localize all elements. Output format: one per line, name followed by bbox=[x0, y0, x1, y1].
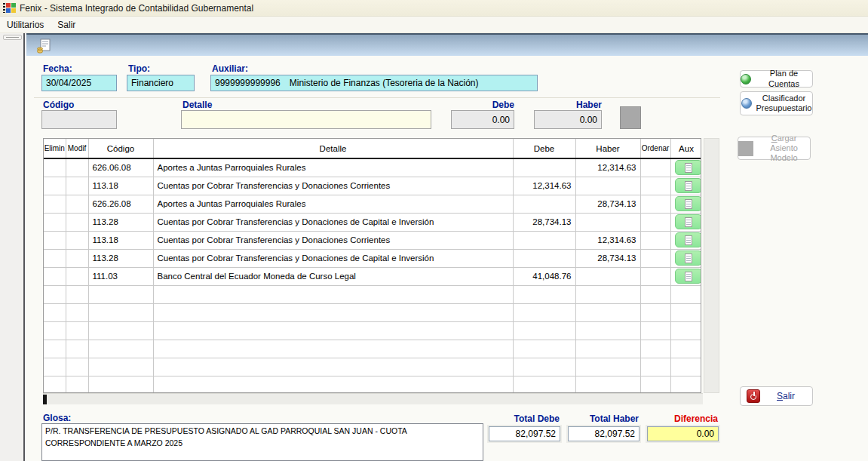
elimin-cell bbox=[44, 358, 66, 376]
aux-detail-button[interactable] bbox=[675, 160, 702, 175]
debe-cell bbox=[513, 231, 575, 249]
aux-detail-button[interactable] bbox=[675, 232, 702, 247]
app-windows-icon bbox=[3, 2, 16, 14]
aux-cell bbox=[670, 267, 701, 285]
codigo-cell: 113.28 bbox=[88, 213, 153, 231]
diferencia-label: Diferencia bbox=[647, 413, 718, 424]
aux-detail-button[interactable] bbox=[675, 214, 702, 229]
detalle-cell bbox=[153, 321, 513, 340]
empty-table-row[interactable] bbox=[44, 340, 701, 358]
codigo-entry-label: Código bbox=[43, 100, 74, 110]
entries-table: Elimin Modif Código Detalle Debe Haber O… bbox=[43, 138, 701, 393]
table-horizontal-scrollbar[interactable] bbox=[43, 393, 703, 404]
table-vertical-scrollbar[interactable] bbox=[704, 138, 719, 393]
tipo-input[interactable]: Financiero bbox=[127, 75, 195, 91]
power-icon bbox=[747, 389, 760, 403]
table-row[interactable]: 113.18Cuentas por Cobrar Transferencias … bbox=[44, 177, 701, 195]
header-detalle: Detalle bbox=[153, 139, 513, 158]
auxiliar-input[interactable]: 9999999999996 Ministerio de Finanzas (Te… bbox=[210, 75, 538, 91]
journal-document-button[interactable] bbox=[35, 37, 53, 55]
glosa-textarea[interactable]: P/R. TRANSFERENCIA DE PRESUPUESTO ASIGNA… bbox=[41, 423, 483, 461]
debe-entry-label: Debe bbox=[451, 100, 514, 110]
haber-entry-value: 0.00 bbox=[580, 115, 597, 125]
detalle-cell bbox=[153, 340, 513, 358]
elimin-cell bbox=[44, 303, 66, 321]
codigo-cell bbox=[88, 376, 153, 393]
header-haber: Haber bbox=[575, 139, 640, 158]
haber-cell bbox=[575, 285, 640, 303]
aux-cell bbox=[670, 231, 701, 249]
panel-splitter-handle[interactable] bbox=[3, 35, 22, 40]
add-entry-button[interactable] bbox=[620, 106, 641, 129]
codigo-entry-input[interactable] bbox=[41, 110, 117, 129]
ordenar-cell bbox=[640, 213, 670, 231]
debe-entry-input[interactable]: 0.00 bbox=[451, 110, 514, 129]
header-ordenar: Ordenar bbox=[640, 139, 670, 158]
ordenar-cell bbox=[640, 285, 670, 303]
glosa-label: Glosa: bbox=[43, 413, 71, 423]
aux-detail-button[interactable] bbox=[675, 196, 702, 211]
clasificador-presupuestario-button[interactable]: Clasificador Presupuestario bbox=[740, 91, 813, 115]
debe-cell bbox=[513, 158, 575, 177]
salir-button[interactable]: Salir bbox=[740, 386, 813, 406]
menu-bar: Utilitarios Salir bbox=[0, 17, 868, 33]
toolbar bbox=[26, 33, 868, 56]
codigo-cell: 111.03 bbox=[88, 267, 153, 285]
diferencia-value: 0.00 bbox=[697, 429, 714, 439]
haber-entry-input[interactable]: 0.00 bbox=[534, 110, 602, 129]
detalle-cell: Cuentas por Cobrar Transferencias y Dona… bbox=[153, 249, 513, 267]
empty-table-row[interactable] bbox=[44, 376, 701, 393]
haber-cell bbox=[575, 321, 640, 340]
glosa-text: P/R. TRANSFERENCIA DE PRESUPUESTO ASIGNA… bbox=[45, 426, 406, 447]
ordenar-cell bbox=[640, 177, 670, 195]
table-row[interactable]: 113.28Cuentas por Cobrar Transferencias … bbox=[44, 249, 701, 267]
aux-detail-button[interactable] bbox=[675, 178, 702, 193]
ordenar-cell bbox=[640, 249, 670, 267]
debe-cell: 12,314.63 bbox=[513, 177, 575, 195]
aux-detail-button[interactable] bbox=[675, 269, 702, 284]
codigo-cell: 113.18 bbox=[88, 177, 153, 195]
table-row[interactable]: 111.03Banco Central del Ecuador Moneda d… bbox=[44, 267, 701, 285]
aux-cell bbox=[670, 158, 701, 177]
table-row[interactable]: 113.18Cuentas por Cobrar Transferencias … bbox=[44, 231, 701, 249]
debe-cell bbox=[513, 340, 575, 358]
ordenar-cell bbox=[640, 376, 670, 393]
aux-cell bbox=[670, 321, 701, 340]
menu-item-salir[interactable]: Salir bbox=[51, 17, 82, 32]
ordenar-cell bbox=[640, 340, 670, 358]
modif-cell bbox=[66, 195, 88, 213]
empty-table-row[interactable] bbox=[44, 303, 701, 321]
cargar-asiento-modelo-button[interactable]: Cargar Asiento Modelo bbox=[738, 137, 811, 160]
table-row[interactable]: 113.28Cuentas por Cobrar Transferencias … bbox=[44, 213, 701, 231]
left-collapsed-panel bbox=[0, 33, 25, 461]
aux-cell bbox=[670, 177, 701, 195]
detalle-cell bbox=[153, 376, 513, 393]
debe-cell bbox=[513, 285, 575, 303]
total-debe-label: Total Debe bbox=[489, 413, 560, 424]
fecha-input[interactable]: 30/04/2025 bbox=[41, 75, 117, 91]
haber-cell bbox=[575, 376, 640, 393]
header-debe: Debe bbox=[513, 139, 575, 158]
menu-item-utilitarios[interactable]: Utilitarios bbox=[0, 17, 51, 32]
debe-entry-value: 0.00 bbox=[492, 115, 510, 125]
document-list-icon bbox=[685, 254, 692, 263]
table-row[interactable]: 626.26.08Aportes a Juntas Parroquiales R… bbox=[44, 195, 701, 213]
detalle-entry-label: Detalle bbox=[182, 100, 212, 110]
modif-cell bbox=[66, 321, 88, 340]
detalle-entry-input[interactable] bbox=[181, 110, 431, 129]
aux-cell bbox=[670, 195, 701, 213]
detalle-cell: Aportes a Juntas Parroquiales Rurales bbox=[153, 195, 513, 213]
scrollbar-thumb[interactable] bbox=[43, 395, 47, 404]
empty-table-row[interactable] bbox=[44, 285, 701, 303]
elimin-cell bbox=[44, 195, 66, 213]
empty-table-row[interactable] bbox=[44, 321, 701, 340]
fecha-value: 30/04/2025 bbox=[46, 78, 91, 88]
plan-de-cuentas-button[interactable]: Plan de Cuentas bbox=[740, 70, 813, 88]
debe-cell bbox=[513, 249, 575, 267]
aux-detail-button[interactable] bbox=[675, 250, 702, 266]
total-haber-label: Total Haber bbox=[568, 413, 639, 424]
empty-table-row[interactable] bbox=[44, 358, 701, 376]
modif-cell bbox=[66, 358, 88, 376]
table-row[interactable]: 626.06.08Aportes a Juntas Parroquiales R… bbox=[44, 158, 701, 177]
elimin-cell bbox=[44, 177, 66, 195]
